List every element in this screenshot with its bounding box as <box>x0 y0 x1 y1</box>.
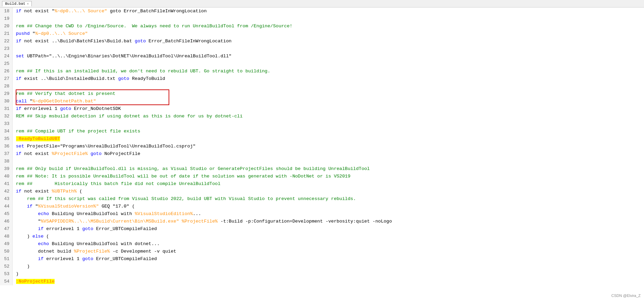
line-number: 44 <box>0 203 12 210</box>
title-bar: Build.bat ✕ <box>0 0 644 8</box>
table-row: 40rem ## Note: It is possible UnrealBuil… <box>0 173 644 180</box>
line-number: 43 <box>0 195 12 203</box>
table-row: 46 "%VSAPPIDDIR%..\..\MSBuild\Current\Bi… <box>0 218 644 225</box>
code-line: if errorlevel 1 goto Error_UBTCompileFai… <box>12 225 644 233</box>
line-number: 32 <box>0 113 12 120</box>
line-number: 45 <box>0 210 12 218</box>
code-line: if exist ..\Build\InstalledBuild.txt got… <box>12 75 644 83</box>
table-row: 52 ) <box>0 263 644 270</box>
line-number: 27 <box>0 75 12 83</box>
watermark: CSDN @Elvira_Z <box>611 294 641 298</box>
code-line: rem ## Change the CWD to /Engine/Source.… <box>12 23 644 30</box>
code-line <box>12 15 644 23</box>
table-row: 36set ProjectFile="Programs\UnrealBuildT… <box>0 143 644 150</box>
line-number: 34 <box>0 128 12 135</box>
tab-label: Build.bat <box>5 2 25 6</box>
table-row: 50 dotnet build %ProjectFile% -c Develop… <box>0 248 644 255</box>
table-row: 41rem ## Historically this batch file di… <box>0 180 644 188</box>
line-number: 46 <box>0 218 12 225</box>
table-row: 24set UBTPath="..\..\Engine\Binaries\Dot… <box>0 53 644 60</box>
code-line: :ReadyToBuildUBT <box>12 135 644 143</box>
code-line: if not exist %UBTPath% ( <box>12 188 644 195</box>
line-number: 49 <box>0 240 12 248</box>
code-line <box>12 120 644 128</box>
code-line: ) else ( <box>12 233 644 240</box>
tab-close[interactable]: ✕ <box>27 2 29 6</box>
line-number: 33 <box>0 120 12 128</box>
line-number: 36 <box>0 143 12 150</box>
table-row: 26rem ## If this is an installed build, … <box>0 68 644 75</box>
line-number: 20 <box>0 23 12 30</box>
code-line: echo Building UnrealBuildTool with %Visu… <box>12 210 644 218</box>
code-line <box>12 60 644 68</box>
code-line: rem ## Verify that dotnet is present <box>12 90 644 98</box>
code-line: ) <box>12 270 644 278</box>
table-row: 19 <box>0 15 644 23</box>
table-row: 51 if errorlevel 1 goto Error_UBTCompile… <box>0 255 644 263</box>
line-number: 18 <box>0 8 12 15</box>
table-row: 32REM ## Skip msbuild detection if using… <box>0 113 644 120</box>
table-row: 43 rem ## If this script was called from… <box>0 195 644 203</box>
table-row: 37if not exist %ProjectFile% goto NoProj… <box>0 150 644 158</box>
table-row: 45 echo Building UnrealBuildTool with %V… <box>0 210 644 218</box>
code-line: dotnet build %ProjectFile% -c Developmen… <box>12 248 644 255</box>
table-row: 34rem ## Compile UBT if the project file… <box>0 128 644 135</box>
table-row: 27if exist ..\Build\InstalledBuild.txt g… <box>0 75 644 83</box>
table-row: 30call "%~dp0GetDotnetPath.bat" <box>0 98 644 105</box>
line-number: 35 <box>0 135 12 143</box>
code-line: set ProjectFile="Programs\UnrealBuildToo… <box>12 143 644 150</box>
table-row: 28 <box>0 83 644 90</box>
line-number: 47 <box>0 225 12 233</box>
code-line: rem ## If this is an installed build, we… <box>12 68 644 75</box>
table-row: 29rem ## Verify that dotnet is present <box>0 90 644 98</box>
code-line <box>12 45 644 53</box>
code-line: rem ## Historically this batch file did … <box>12 180 644 188</box>
line-number: 22 <box>0 38 12 45</box>
line-number: 26 <box>0 68 12 75</box>
code-line: echo Building UnrealBuildTool with dotne… <box>12 240 644 248</box>
table-row: 33 <box>0 120 644 128</box>
table-row: 54:NoProjectFile <box>0 278 644 285</box>
code-line: rem ## Note: It is possible UnrealBuildT… <box>12 173 644 180</box>
table-row: 53) <box>0 270 644 278</box>
table-row: 44 if "%VisualStudioVersion%" GEQ "17.0"… <box>0 203 644 210</box>
code-line: set UBTPath="..\..\Engine\Binaries\DotNE… <box>12 53 644 60</box>
table-row: 42if not exist %UBTPath% ( <box>0 188 644 195</box>
line-number: 42 <box>0 188 12 195</box>
line-number: 38 <box>0 158 12 165</box>
line-number: 21 <box>0 30 12 38</box>
table-row: 39rem ## Only build if UnrealBuildTool.d… <box>0 165 644 173</box>
code-line: if not exist ..\Build\BatchFiles\Build.b… <box>12 38 644 45</box>
table-row: 38 <box>0 158 644 165</box>
code-line <box>12 83 644 90</box>
code-line: if not exist %ProjectFile% goto NoProjec… <box>12 150 644 158</box>
table-row: 23 <box>0 45 644 53</box>
table-row: 20rem ## Change the CWD to /Engine/Sourc… <box>0 23 644 30</box>
code-area: 18if not exist "%~dp0..\..\ Source" goto… <box>0 8 644 299</box>
code-line: if errorlevel 1 goto Error_NoDotnetSDK <box>12 105 644 113</box>
line-number: 39 <box>0 165 12 173</box>
table-row: 22if not exist ..\Build\BatchFiles\Build… <box>0 38 644 45</box>
code-line: :NoProjectFile <box>12 278 644 285</box>
line-number: 28 <box>0 83 12 90</box>
table-row: 21pushd "%~dp0..\..\ Source" <box>0 30 644 38</box>
code-line: pushd "%~dp0..\..\ Source" <box>12 30 644 38</box>
code-line: rem ## Only build if UnrealBuildTool.dll… <box>12 165 644 173</box>
code-line: if errorlevel 1 goto Error_UBTCompileFai… <box>12 255 644 263</box>
line-number: 53 <box>0 270 12 278</box>
table-row: 18if not exist "%~dp0..\..\ Source" goto… <box>0 8 644 15</box>
line-number: 19 <box>0 15 12 23</box>
tab[interactable]: Build.bat ✕ <box>2 1 32 6</box>
line-number: 52 <box>0 263 12 270</box>
table-row: 35:ReadyToBuildUBT <box>0 135 644 143</box>
code-table: 18if not exist "%~dp0..\..\ Source" goto… <box>0 8 644 285</box>
line-number: 41 <box>0 180 12 188</box>
code-line: ) <box>12 263 644 270</box>
line-number: 40 <box>0 173 12 180</box>
table-row: 25 <box>0 60 644 68</box>
code-line: "%VSAPPIDDIR%..\..\MSBuild\Current\Bin\M… <box>12 218 644 225</box>
line-number: 24 <box>0 53 12 60</box>
code-line: if not exist "%~dp0..\..\ Source" goto E… <box>12 8 644 15</box>
table-row: 49 echo Building UnrealBuildTool with do… <box>0 240 644 248</box>
code-line: rem ## If this script was called from Vi… <box>12 195 644 203</box>
